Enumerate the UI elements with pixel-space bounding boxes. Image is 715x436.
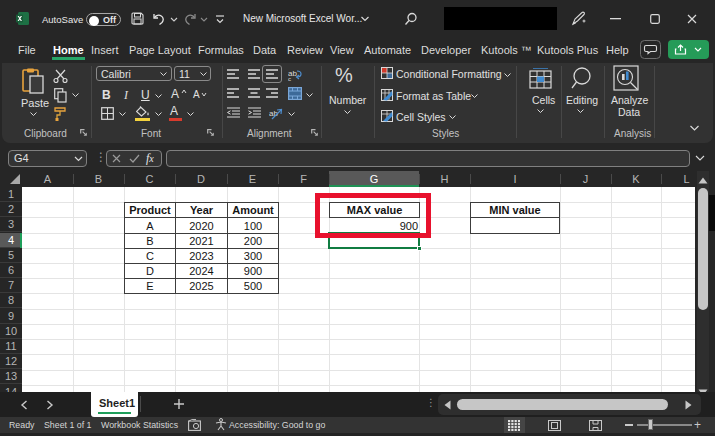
svg-text:c: c xyxy=(288,76,291,81)
